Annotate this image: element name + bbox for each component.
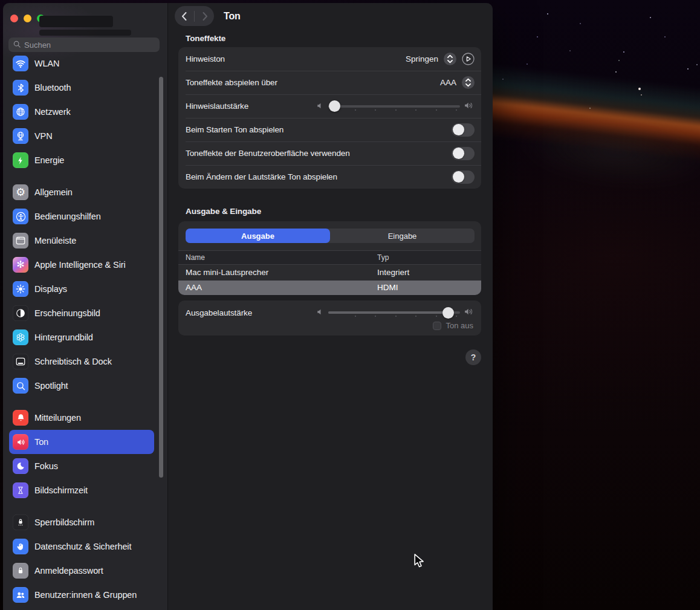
sidebar-item-bildschirmzeit[interactable]: Bildschirmzeit bbox=[9, 478, 154, 502]
magnifier-icon bbox=[13, 378, 28, 394]
tab-eingabe[interactable]: Eingabe bbox=[330, 229, 475, 243]
stars bbox=[0, 0, 1, 1]
appearance-icon bbox=[13, 305, 28, 321]
globe-icon bbox=[13, 104, 28, 120]
alert-volume-label: Hinweislautstärke bbox=[186, 102, 248, 111]
back-button[interactable] bbox=[176, 8, 192, 24]
section-title-output-input: Ausgabe & Eingabe bbox=[186, 207, 261, 216]
accessibility-icon bbox=[13, 209, 28, 224]
play-through-row: Toneffekte abspielen über AAA bbox=[178, 71, 481, 94]
redacted-user-subtitle bbox=[39, 30, 131, 36]
sidebar-item-ton[interactable]: Ton bbox=[9, 430, 154, 454]
sidebar-item-fokus[interactable]: Fokus bbox=[9, 454, 154, 478]
content-pane: Ton Toneffekte Hinweiston Springen Tonef… bbox=[168, 3, 493, 610]
toneffekte-der-benutzeroberfl-che-verwenden-toggle[interactable] bbox=[452, 147, 475, 160]
sidebar-item-bluetooth[interactable]: Bluetooth bbox=[9, 76, 154, 100]
beim-starten-ton-abspielen-toggle[interactable] bbox=[452, 123, 475, 137]
intelligence-icon: ✻ bbox=[13, 257, 28, 273]
navigation-buttons bbox=[175, 6, 214, 26]
volume-high-icon bbox=[464, 101, 475, 112]
sidebar-item-spotlight[interactable]: Spotlight bbox=[9, 374, 154, 398]
device-row-mac-mini-lautsprecher[interactable]: Mac mini-LautsprecherIntegriert bbox=[178, 265, 481, 281]
bolt-icon bbox=[13, 152, 28, 168]
sidebar-item-netzwerk[interactable]: Netzwerk bbox=[9, 100, 154, 124]
sidebar-item-allgemein[interactable]: ⚙Allgemein bbox=[9, 180, 154, 204]
menubar-icon bbox=[13, 233, 28, 248]
hourglass-icon bbox=[13, 482, 28, 498]
lock-screen-icon bbox=[13, 514, 28, 530]
toggle-row-beim-starten-ton-abspielen: Beim Starten Ton abspielen bbox=[178, 118, 481, 141]
device-row-aaa[interactable]: AAAHDMI bbox=[178, 281, 481, 295]
sidebar-item-displays[interactable]: Displays bbox=[9, 277, 154, 301]
alert-sound-value: Springen bbox=[406, 54, 438, 63]
sidebar-item-sperrbildschirm[interactable]: Sperrbildschirm bbox=[9, 510, 154, 534]
sidebar-item-datenschutz-sicherheit[interactable]: Datenschutz & Sicherheit bbox=[9, 534, 154, 559]
mouse-cursor bbox=[413, 553, 425, 572]
sound-effects-card: Hinweiston Springen Toneffekte abspielen… bbox=[178, 47, 481, 189]
mute-checkbox[interactable] bbox=[433, 322, 441, 330]
device-table-rows: Mac mini-LautsprecherIntegriertAAAHDMI bbox=[178, 265, 481, 295]
column-header-name: Name bbox=[186, 253, 205, 262]
sun-icon bbox=[13, 281, 28, 297]
help-button[interactable]: ? bbox=[465, 349, 481, 365]
users-icon bbox=[13, 587, 28, 603]
system-settings-window: Suchen WLANBluetoothNetzwerkVPNEnergie⚙A… bbox=[3, 3, 493, 610]
output-input-tabs: AusgabeEingabe bbox=[186, 229, 475, 243]
alert-volume-slider[interactable] bbox=[317, 100, 475, 112]
alert-sound-row: Hinweiston Springen bbox=[178, 47, 481, 71]
slider-track[interactable] bbox=[328, 307, 460, 319]
volume-high-icon bbox=[464, 307, 475, 318]
output-input-card: AusgabeEingabe Name Typ Mac mini-Lautspr… bbox=[178, 221, 481, 295]
minimize-button[interactable] bbox=[24, 15, 31, 22]
beim-ndern-der-lautst-rke-ton-abspielen-toggle[interactable] bbox=[452, 170, 475, 184]
moon-icon bbox=[13, 458, 28, 474]
search-input[interactable]: Suchen bbox=[8, 37, 160, 52]
search-placeholder: Suchen bbox=[24, 41, 51, 50]
bell-icon bbox=[13, 410, 28, 426]
nav-divider bbox=[194, 11, 195, 22]
sidebar-item-apple-intelligence-siri[interactable]: ✻Apple Intelligence & Siri bbox=[9, 253, 154, 277]
forward-button[interactable] bbox=[197, 8, 213, 24]
mute-row: Ton aus bbox=[433, 321, 473, 330]
column-header-type: Typ bbox=[377, 253, 389, 262]
slider-thumb[interactable] bbox=[329, 100, 340, 112]
tab-ausgabe[interactable]: Ausgabe bbox=[186, 229, 330, 243]
sidebar-item-men-leiste[interactable]: Menüleiste bbox=[9, 229, 154, 253]
speaker-icon bbox=[13, 434, 28, 450]
sidebar-item-vpn[interactable]: VPN bbox=[9, 124, 154, 148]
sidebar-item-anmeldepasswort[interactable]: Anmeldepasswort bbox=[9, 559, 154, 583]
output-volume-slider[interactable] bbox=[317, 307, 475, 319]
gear-icon: ⚙ bbox=[13, 184, 28, 200]
slider-thumb[interactable] bbox=[442, 307, 454, 319]
output-volume-card: Ausgabelautstärke Ton aus bbox=[178, 300, 481, 336]
sidebar-item-schreibtisch-dock[interactable]: Schreibtisch & Dock bbox=[9, 349, 154, 374]
close-button[interactable] bbox=[10, 15, 18, 22]
volume-low-icon bbox=[317, 307, 324, 318]
vpn-globe-icon bbox=[13, 128, 28, 144]
slider-track[interactable] bbox=[328, 100, 460, 112]
lock-icon bbox=[13, 563, 28, 579]
sidebar-item-hintergrundbild[interactable]: Hintergrundbild bbox=[9, 325, 154, 349]
sidebar-item-wlan[interactable]: WLAN bbox=[9, 51, 154, 76]
play-through-stepper-icon[interactable] bbox=[462, 76, 475, 89]
output-volume-label: Ausgabelautstärke bbox=[186, 308, 252, 317]
wifi-icon bbox=[13, 56, 28, 71]
table-header: Name Typ bbox=[178, 250, 481, 265]
play-alert-sound-button[interactable] bbox=[462, 53, 475, 65]
alert-sound-stepper-icon[interactable] bbox=[444, 53, 456, 65]
section-title-sound-effects: Toneffekte bbox=[186, 34, 225, 43]
mute-label: Ton aus bbox=[446, 321, 473, 330]
sidebar-item-benutzer-innen-gruppen[interactable]: Benutzer:innen & Gruppen bbox=[9, 583, 154, 607]
redacted-user-name bbox=[39, 16, 113, 27]
sidebar-item-mitteilungen[interactable]: Mitteilungen bbox=[9, 406, 154, 430]
sidebar: Suchen WLANBluetoothNetzwerkVPNEnergie⚙A… bbox=[3, 3, 168, 610]
sidebar-item-erscheinungsbild[interactable]: Erscheinungsbild bbox=[9, 301, 154, 325]
alert-sound-label: Hinweiston bbox=[186, 54, 225, 63]
sidebar-item-energie[interactable]: Energie bbox=[9, 148, 154, 172]
volume-low-icon bbox=[317, 101, 324, 112]
page-title: Ton bbox=[224, 11, 241, 22]
sidebar-item-bedienungshilfen[interactable]: Bedienungshilfen bbox=[9, 204, 154, 229]
play-through-label: Toneffekte abspielen über bbox=[186, 78, 277, 87]
sidebar-scrollbar[interactable] bbox=[159, 77, 163, 478]
alert-volume-row: Hinweislautstärke bbox=[178, 94, 481, 118]
